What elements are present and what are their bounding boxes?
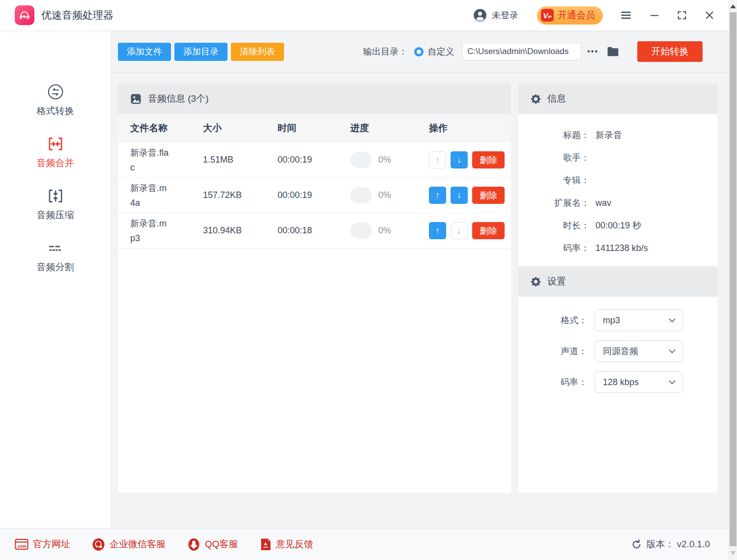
folder-icon	[606, 46, 620, 57]
progress-text: 0%	[378, 190, 391, 200]
file-time: 00:00:18	[278, 225, 350, 236]
field-value: wav	[595, 198, 611, 208]
scrollbar-up-arrow[interactable]	[729, 0, 737, 12]
titlebar: 优速音频处理器 未登录 VIP 开通会员	[0, 0, 729, 31]
format-convert-icon	[46, 83, 65, 101]
file-panel-title: 音频信息 (3个)	[148, 92, 209, 105]
sidebar-item-format-convert[interactable]: 格式转换	[0, 83, 111, 117]
gear-icon	[531, 94, 541, 104]
minimize-icon	[649, 10, 660, 21]
settings-panel-title: 设置	[547, 275, 566, 288]
move-down-button[interactable]: ↓	[451, 187, 468, 204]
avatar-icon	[473, 8, 487, 22]
delete-button[interactable]: 删除	[472, 187, 505, 204]
progress-text: 0%	[378, 155, 391, 165]
custom-dir-radio[interactable]	[414, 47, 424, 56]
feedback-link[interactable]: 意见反馈	[260, 538, 313, 551]
close-icon	[704, 10, 715, 21]
browse-more-button[interactable]: •••	[587, 47, 598, 56]
scrollbar-down-arrow[interactable]	[729, 546, 737, 560]
sidebar-item-audio-merge[interactable]: 音频合并	[0, 135, 111, 169]
col-size: 大小	[203, 122, 278, 135]
channel-label: 声道：	[518, 345, 587, 357]
login-status: 未登录	[492, 9, 518, 21]
audio-split-icon	[46, 239, 65, 257]
bitrate-select[interactable]: 128 kbps	[595, 371, 683, 393]
output-path-input[interactable]	[462, 43, 581, 60]
chevron-down-icon	[669, 318, 676, 323]
move-down-button[interactable]: ↓	[451, 222, 468, 239]
vertical-scrollbar[interactable]	[729, 0, 737, 560]
field-label: 码率：	[518, 242, 590, 254]
refresh-icon	[631, 539, 642, 550]
version-label: 版本：	[646, 538, 674, 551]
col-filename: 文件名称	[130, 122, 203, 135]
close-button[interactable]	[704, 10, 715, 21]
gear-icon	[531, 277, 541, 287]
move-up-button[interactable]: ↑	[429, 222, 446, 239]
right-panel: 信息 标题：新录音 歌手： 专辑： 扩展名：wav 时长：00:00:19 秒 …	[518, 84, 717, 493]
field-value: 00:00:19 秒	[595, 220, 641, 231]
app-logo-headphones-icon	[15, 5, 34, 25]
col-progress: 进度	[350, 122, 429, 135]
delete-button[interactable]: 删除	[472, 222, 505, 239]
audio-info-icon	[130, 93, 142, 105]
move-down-button[interactable]: ↓	[451, 151, 468, 168]
move-up-button[interactable]: ↑	[429, 187, 446, 204]
field-label: 歌手：	[518, 152, 590, 164]
scrollbar-thumb[interactable]	[730, 12, 737, 546]
file-name: 新录音.mp3	[130, 216, 170, 246]
move-up-button[interactable]: ↑	[429, 151, 446, 168]
info-fields: 标题：新录音 歌手： 专辑： 扩展名：wav 时长：00:00:19 秒 码率：…	[518, 114, 717, 266]
hamburger-icon	[620, 9, 632, 22]
wechat-support-link[interactable]: 企业微信客服	[92, 538, 166, 551]
file-panel-header: 音频信息 (3个)	[118, 84, 511, 114]
field-label: 专辑：	[518, 174, 590, 186]
custom-dir-radio-label: 自定义	[427, 46, 454, 57]
vip-icon: VIP	[541, 9, 554, 22]
info-panel-title: 信息	[547, 92, 566, 105]
official-site-link[interactable]: .com 官方网址	[15, 538, 70, 551]
app-window: 优速音频处理器 未登录 VIP 开通会员	[0, 0, 737, 560]
open-vip-button[interactable]: VIP 开通会员	[537, 6, 603, 25]
col-time: 时间	[278, 122, 350, 135]
sidebar-item-audio-split[interactable]: 音频分割	[0, 239, 111, 274]
file-name: 新录音.m4a	[130, 181, 170, 210]
version-value: v2.0.1.0	[677, 539, 710, 550]
footer: .com 官方网址 企业微信客服 QQ客服	[0, 528, 729, 560]
svg-text:.com: .com	[17, 544, 27, 549]
open-folder-button[interactable]	[606, 46, 620, 57]
table-row: 新录音.mp3 310.94KB 00:00:18 0% ↑ ↓ 删除	[118, 213, 511, 249]
add-folder-button[interactable]: 添加目录	[174, 43, 227, 61]
menu-button[interactable]	[620, 9, 632, 22]
maximize-button[interactable]	[677, 10, 687, 21]
qq-support-link[interactable]: QQ客服	[187, 538, 238, 551]
app-title: 优速音频处理器	[41, 8, 113, 22]
add-file-button[interactable]: 添加文件	[118, 43, 171, 61]
channel-select[interactable]: 同源音频	[595, 340, 683, 362]
file-list-panel: 音频信息 (3个) 文件名称 大小 时间 进度 操作 新录音.flac 1.51…	[118, 84, 511, 493]
col-actions: 操作	[429, 122, 511, 135]
file-size: 157.72KB	[203, 190, 278, 200]
field-label: 标题：	[518, 129, 590, 141]
audio-merge-icon	[46, 135, 65, 153]
sidebar-item-audio-compress[interactable]: 音频压缩	[0, 187, 111, 222]
website-icon: .com	[15, 538, 28, 550]
format-select[interactable]: mp3	[595, 309, 683, 331]
output-dir-label: 输出目录：	[363, 46, 407, 57]
field-label: 时长：	[518, 220, 590, 231]
version-info: 版本：v2.0.1.0	[631, 538, 710, 551]
format-label: 格式：	[518, 314, 587, 326]
file-size: 1.51MB	[203, 155, 278, 165]
minimize-button[interactable]	[649, 10, 660, 21]
feedback-icon	[260, 538, 272, 551]
chevron-down-icon	[669, 349, 676, 354]
user-account[interactable]: 未登录	[473, 8, 518, 22]
table-row: 新录音.m4a 157.72KB 00:00:19 0% ↑ ↓ 删除	[118, 178, 511, 213]
wechat-icon	[92, 538, 105, 551]
clear-list-button[interactable]: 清除列表	[231, 43, 284, 61]
start-convert-button[interactable]: 开始转换	[637, 41, 703, 62]
file-time: 00:00:19	[278, 155, 350, 165]
progress-indicator	[350, 187, 372, 203]
delete-button[interactable]: 删除	[472, 151, 505, 168]
